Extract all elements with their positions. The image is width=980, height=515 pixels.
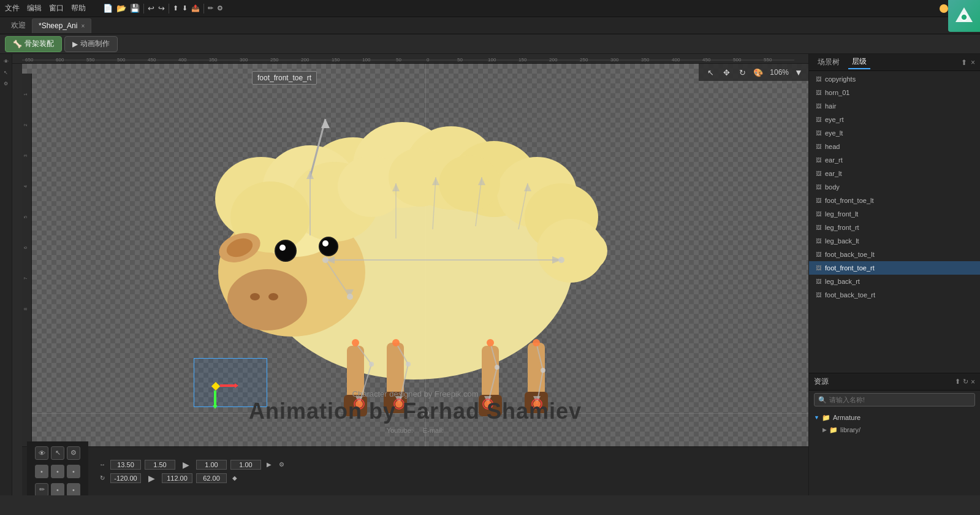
cursor-toggle[interactable]: ↖ [51, 446, 64, 460]
layer-item-hair[interactable]: 🖼 hair [809, 99, 980, 113]
redo-icon[interactable]: ↪ [158, 4, 165, 13]
layer-item-earrt[interactable]: 🖼 ear_rt [809, 153, 980, 167]
resources-search[interactable]: 🔍 [814, 393, 975, 406]
layer-item-earlt[interactable]: 🖼 ear_lt [809, 167, 980, 180]
rotate-tool[interactable]: ↻ [735, 66, 749, 79]
dot2[interactable]: • [51, 465, 64, 478]
undo-icon[interactable]: ↩ [148, 4, 154, 13]
dot4[interactable]: • [51, 483, 64, 496]
svg-text:1: 1 [23, 93, 28, 96]
bottom-icons: 👁 ↖ ⚙ • • • ✏ • • [27, 441, 88, 496]
layer-item-eyert[interactable]: 🖼 eye_rt [809, 113, 980, 126]
tl-field1[interactable] [110, 460, 141, 470]
res-item-library[interactable]: ▶ 📁 library/ [822, 424, 975, 436]
export1-icon[interactable]: ⬇ [182, 4, 188, 12]
layer-item-horn01[interactable]: 🖼 horn_01 [809, 86, 980, 99]
tool1-icon[interactable]: ✏ [208, 4, 213, 12]
layer-name-earlt: ear_lt [825, 170, 975, 177]
svg-text:200: 200 [549, 57, 558, 63]
tl-field4[interactable] [230, 460, 261, 470]
cursor-tool[interactable]: ↖ [1, 67, 11, 77]
tl-icon1[interactable]: ↔ [98, 460, 107, 469]
layer-item-copyrights[interactable]: 🖼 copyrights [809, 72, 980, 86]
tl-field3[interactable] [196, 460, 227, 470]
layer-icon-footbacktoert: 🖼 [814, 291, 822, 299]
minimize-button[interactable]: ─ [940, 4, 948, 13]
res-item-armature[interactable]: ▼ 📁 Armature [814, 411, 975, 424]
menu-file[interactable]: 文件 [5, 3, 20, 13]
save-icon[interactable]: 💾 [130, 4, 140, 13]
tl-icon2[interactable]: ⚙ [277, 460, 286, 469]
layer-item-eyelt[interactable]: 🖼 eye_lt [809, 126, 980, 140]
pencil-tool[interactable]: ✏ [35, 483, 48, 496]
svg-text:50: 50 [457, 57, 463, 63]
edit-tool[interactable]: ⚙ [1, 78, 11, 88]
layer-icon-body: 🖼 [814, 183, 822, 191]
svg-point-107 [352, 339, 359, 346]
res-icon2[interactable]: ↻ [963, 378, 968, 386]
tab-sheep[interactable]: *Sheep_Ani × [32, 18, 91, 33]
layer-item-head[interactable]: 🖼 head [809, 140, 980, 153]
tl-field2[interactable] [145, 460, 175, 470]
pose-label: 骨架装配 [25, 39, 54, 49]
svg-point-52 [276, 241, 295, 261]
scene-tab[interactable]: 场景树 [814, 56, 843, 69]
layer-item-legbacklt[interactable]: 🖼 leg_back_lt [809, 234, 980, 248]
pose-mode-button[interactable]: 🦴 骨架装配 [5, 36, 62, 52]
menu-edit[interactable]: 编辑 [27, 3, 42, 13]
panel-close-btn[interactable]: × [971, 58, 975, 67]
layer-item-legbackrt[interactable]: 🖼 leg_back_rt [809, 275, 980, 288]
export2-icon[interactable]: 📤 [191, 4, 200, 12]
tool2-icon[interactable]: ⚙ [217, 4, 223, 12]
res-icon1[interactable]: ⬆ [955, 378, 960, 386]
search-input[interactable] [829, 396, 971, 403]
tl-play-btn[interactable]: ▶ [181, 460, 190, 469]
tl-field7[interactable] [196, 473, 227, 483]
eye-toggle[interactable]: 👁 [35, 446, 48, 460]
res-close-btn[interactable]: × [971, 378, 975, 386]
zoom-dropdown[interactable]: ▼ [794, 67, 803, 77]
tl-field5[interactable] [110, 473, 141, 483]
layers-tab[interactable]: 层级 [848, 55, 870, 69]
tab-welcome[interactable]: 欢迎 [5, 20, 32, 31]
svg-point-114 [533, 400, 541, 408]
panel-icon1[interactable]: ⬆ [961, 58, 967, 67]
menu-window[interactable]: 窗口 [49, 3, 64, 13]
eye-tool[interactable]: 👁 [1, 56, 11, 66]
layer-icon-legfrontlt: 🖼 [814, 210, 822, 218]
layer-item-footfronttoert[interactable]: 🖼 foot_front_toe_rt [809, 261, 980, 275]
layer-item-footbacktoelt[interactable]: 🖼 foot_back_toe_lt [809, 248, 980, 261]
tl-play2-btn[interactable]: ▶ [147, 474, 156, 483]
svg-text:100: 100 [362, 57, 371, 63]
tl-icon3[interactable]: ↻ [98, 474, 107, 483]
tl-btn3[interactable]: ◆ [230, 474, 239, 483]
move-tool[interactable]: ✥ [720, 66, 733, 79]
paint-tool[interactable]: 🎨 [751, 66, 765, 79]
edit-toggle[interactable]: ⚙ [67, 446, 80, 460]
tab-sheep-close[interactable]: × [81, 23, 85, 29]
anim-mode-button[interactable]: ▶ 动画制作 [64, 36, 118, 52]
svg-point-63 [439, 155, 500, 212]
tl-field6[interactable] [162, 473, 192, 483]
layer-item-footbacktoert[interactable]: 🖼 foot_back_toe_rt [809, 288, 980, 302]
svg-point-49 [250, 293, 260, 300]
new-icon[interactable]: 📄 [103, 4, 113, 13]
dot3[interactable]: • [67, 465, 80, 478]
viewport[interactable]: 1 2 3 4 5 6 7 8 [22, 64, 808, 446]
menu-help[interactable]: 帮助 [71, 3, 86, 13]
layer-item-body[interactable]: 🖼 body [809, 180, 980, 194]
layer-name-body: body [825, 183, 975, 191]
layer-item-legfrontlt[interactable]: 🖼 leg_front_lt [809, 207, 980, 221]
svg-point-106 [347, 294, 353, 300]
layer-item-legfrontrt[interactable]: 🖼 leg_front_rt [809, 221, 980, 234]
open-icon[interactable]: 📂 [116, 4, 126, 13]
ruler-horizontal: 650 600 550 500 450 400 350 300 250 200 … [12, 54, 808, 64]
dot1[interactable]: • [35, 465, 48, 478]
tl-btn2[interactable]: ▶ [265, 460, 273, 469]
layer-item-footfronttoelt[interactable]: 🖼 foot_front_toe_lt [809, 194, 980, 207]
svg-text:450: 450 [148, 57, 156, 63]
cursor-tool[interactable]: ↖ [704, 66, 717, 79]
dot5[interactable]: • [67, 483, 80, 496]
import-icon[interactable]: ⬆ [173, 4, 178, 12]
svg-rect-64 [347, 346, 364, 401]
